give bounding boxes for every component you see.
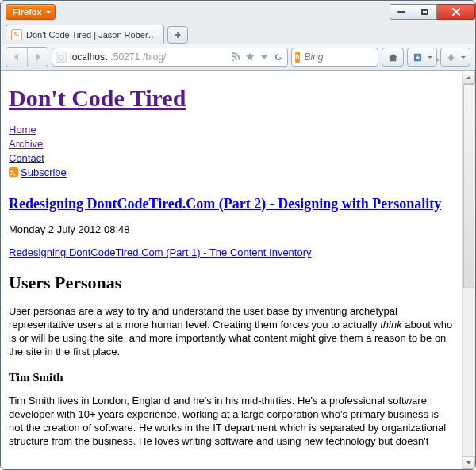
firebug-button[interactable] [440, 48, 470, 67]
bookmark-star-icon[interactable] [244, 52, 255, 63]
forward-arrow-icon [33, 52, 43, 62]
section-heading: Users Personas [9, 273, 454, 293]
tab-title: Don't Code Tired | Jason Roberts on Soft… [26, 30, 159, 40]
bookmarks-menu-button[interactable] [407, 48, 437, 67]
post-title: Redesigning DontCodeTired.Com (Part 2) -… [9, 196, 454, 212]
rss-icon [9, 167, 18, 177]
toolbar-buttons [382, 48, 470, 67]
dropdown-icon[interactable] [259, 52, 270, 63]
tab-favicon: ✎ [11, 29, 22, 40]
minimize-button[interactable] [390, 4, 413, 20]
back-arrow-icon [12, 52, 21, 62]
vertical-scrollbar[interactable] [462, 71, 475, 469]
maximize-icon [421, 9, 428, 15]
forward-button[interactable] [27, 48, 48, 67]
bing-icon[interactable]: b [295, 52, 300, 63]
scroll-track[interactable] [463, 84, 475, 456]
nav-subscribe[interactable]: Subscribe [21, 166, 67, 178]
firefox-app-label: Firefox [13, 7, 42, 17]
nav-contact[interactable]: Contact [9, 152, 44, 164]
site-identity-icon[interactable]: ◌ [56, 52, 67, 63]
scroll-down-button[interactable] [463, 456, 475, 469]
scroll-up-button[interactable] [463, 71, 475, 84]
content-viewport: Don't Code Tired Home Archive Contact Su… [1, 71, 475, 469]
home-icon [388, 52, 398, 63]
previous-part-link[interactable]: Redesigning DontCodeTired.Com (Part 1) -… [9, 246, 312, 258]
url-path: /blog/ [143, 52, 166, 63]
paragraph-1: User personas are a way to try and under… [9, 304, 454, 358]
site-title-link[interactable]: Don't Code Tired [9, 85, 186, 111]
url-host: localhost [70, 52, 107, 63]
minimize-icon [397, 11, 405, 13]
reload-button[interactable] [273, 52, 284, 63]
window-titlebar: Firefox [1, 1, 475, 23]
maximize-button[interactable] [413, 4, 437, 20]
paragraph-2: Tim Smith lives in London, England and h… [9, 394, 454, 448]
home-button[interactable] [382, 48, 404, 67]
browser-tab[interactable]: ✎ Don't Code Tired | Jason Roberts on So… [6, 25, 164, 44]
bug-icon [446, 52, 456, 63]
chevron-up-icon [466, 75, 472, 81]
close-button[interactable] [437, 4, 475, 20]
nav-arrow-group [6, 47, 48, 67]
browser-window: Firefox ✎ Don't Code Tired | Jason Rober… [0, 0, 476, 470]
site-nav: Home Archive Contact Subscribe [9, 123, 454, 180]
address-bar[interactable]: ◌ localhost:50271/blog/ [52, 48, 288, 67]
scroll-thumb[interactable] [463, 84, 474, 288]
new-tab-button[interactable]: + [167, 26, 188, 44]
feed-icon[interactable] [230, 52, 241, 63]
persona-heading: Tim Smith [9, 371, 454, 384]
nav-archive[interactable]: Archive [9, 138, 43, 150]
firefox-app-button[interactable]: Firefox [6, 4, 56, 20]
page-content: Don't Code Tired Home Archive Contact Su… [1, 71, 462, 469]
chevron-down-icon [466, 460, 472, 466]
plus-icon: + [175, 29, 181, 41]
window-controls [390, 4, 475, 20]
url-port: :50271 [110, 52, 140, 63]
nav-home[interactable]: Home [9, 124, 36, 136]
bookmarks-icon [413, 52, 423, 63]
navigation-toolbar: ◌ localhost:50271/blog/ b [1, 44, 475, 71]
tab-strip: ✎ Don't Code Tired | Jason Roberts on So… [1, 23, 475, 44]
svg-point-6 [450, 54, 452, 56]
post-title-link[interactable]: Redesigning DontCodeTired.Com (Part 2) -… [9, 196, 441, 212]
post-date: Monday 2 July 2012 08:48 [9, 224, 454, 235]
previous-part-link-wrapper: Redesigning DontCodeTired.Com (Part 1) -… [9, 246, 454, 258]
close-icon [452, 8, 460, 16]
search-box[interactable]: b [291, 48, 378, 67]
site-title: Don't Code Tired [9, 85, 454, 112]
back-button[interactable] [6, 48, 27, 67]
